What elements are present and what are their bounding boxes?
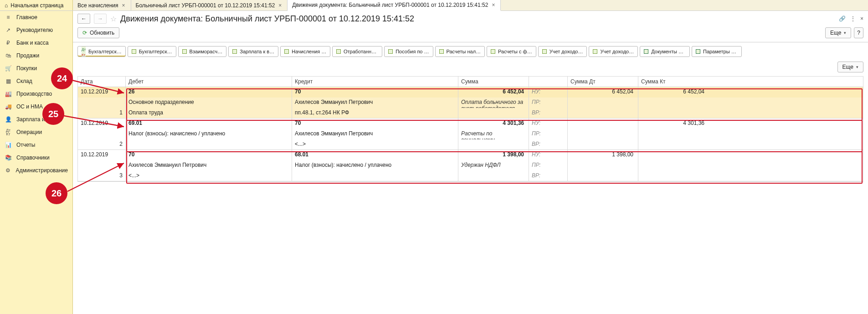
register-tab[interactable]: Учет доходо… — [589, 46, 638, 57]
cell-desc: Расчеты по социальному страхованию — [458, 129, 529, 139]
refresh-button[interactable]: ⟳Обновить — [77, 27, 119, 38]
tab-home[interactable]: ⌂ Начальная страница — [0, 0, 73, 10]
register-tab[interactable]: Параметры п… — [692, 46, 742, 57]
cell-vr-label: ВР: — [529, 108, 568, 118]
register-tab[interactable]: Пособия по … — [384, 46, 433, 57]
sidebar-item-main[interactable]: ≡Главное — [0, 11, 72, 24]
sidebar-item-ops[interactable]: ДтКтОперации — [0, 126, 72, 139]
cell-sum: 1 398,00 — [458, 150, 529, 160]
register-tabs: ДтКтБухгалтерск…Бухгалтерск…Взаиморасч…З… — [73, 42, 868, 60]
link-icon[interactable]: 🔗 — [839, 15, 846, 22]
cell-sum-dt — [568, 118, 638, 129]
tab-doc-0[interactable]: Все начисления × — [73, 0, 131, 10]
tab-doc-1[interactable]: Больничный лист УРБП-000001 от 10.12.201… — [131, 0, 288, 10]
grid-icon: ▦ — [5, 78, 12, 84]
tab-label: Все начисления — [77, 2, 118, 9]
table-icon — [336, 49, 341, 54]
kebab-icon[interactable]: ⋮ — [850, 15, 856, 22]
table-icon — [132, 49, 136, 54]
table-icon — [491, 49, 495, 54]
sidebar-item-sales[interactable]: 🛍Продажи — [0, 49, 72, 62]
refresh-icon: ⟳ — [82, 30, 87, 36]
register-tab[interactable]: Документы у… — [640, 46, 690, 57]
sidebar-item-fa[interactable]: 🚚ОС и НМА — [0, 100, 72, 113]
sidebar-item-label: Зарплата и кадры — [16, 116, 62, 123]
col-debit[interactable]: Дебет — [126, 77, 292, 87]
more-button[interactable]: Еще▾ — [825, 27, 851, 38]
register-tab[interactable]: Расчеты нал… — [435, 46, 485, 57]
close-icon[interactable]: × — [121, 2, 126, 9]
cell-sum-dt: 1 398,00 — [568, 150, 638, 160]
table-icon — [284, 49, 289, 54]
sidebar-item-label: Банк и касса — [16, 40, 49, 46]
help-label: ? — [857, 30, 860, 36]
col-credit[interactable]: Кредит — [292, 77, 458, 87]
more-label: Еще — [830, 30, 841, 36]
person-icon: 👤 — [5, 116, 12, 123]
cell-rownum: 3 — [78, 171, 126, 181]
register-tab[interactable]: Зарплата к в… — [228, 46, 278, 57]
grid-entry[interactable]: 10.12.201926706 452,04НУ:6 452,046 452,0… — [78, 87, 863, 118]
sidebar-item-admin[interactable]: ⚙Администрирование — [0, 164, 72, 177]
register-tab-label: Бухгалтерск… — [139, 49, 172, 54]
col-date[interactable]: Дата — [78, 77, 126, 87]
tab-label: Больничный лист УРБП-000001 от 10.12.201… — [136, 2, 275, 9]
register-tab[interactable]: Взаиморасч… — [178, 46, 227, 57]
dtkt-icon: ДтКт — [82, 46, 86, 57]
cell-dt-sub: Налог (взносы): начислено / уплачено — [126, 129, 292, 139]
register-tab[interactable]: Начисления … — [280, 46, 330, 57]
menu-icon: ≡ — [5, 14, 12, 21]
cell-kt-sub2: пп.48.1, ст.264 НК РФ — [292, 108, 458, 118]
nav-forward-button[interactable]: → — [94, 14, 107, 24]
sidebar-item-stock[interactable]: ▦Склад — [0, 75, 72, 88]
sidebar-item-label: Руководителю — [16, 27, 53, 33]
grid-entry[interactable]: 10.12.20197068.011 398,00НУ:1 398,00Ахил… — [78, 150, 863, 181]
register-tab-label: Отработанно… — [344, 49, 378, 54]
col-sum-dt[interactable]: Сумма Дт — [568, 77, 638, 87]
register-tab[interactable]: Отработанно… — [332, 46, 382, 57]
cell-kt-acc: 70 — [292, 118, 458, 129]
cell-dt-sub: Ахилесов Эммануил Петрович — [126, 160, 292, 171]
sidebar-item-label: Производство — [16, 91, 52, 97]
help-button[interactable]: ? — [854, 27, 863, 38]
register-tab[interactable]: Учет доходо… — [538, 46, 587, 57]
bag-icon: 🛍 — [5, 52, 12, 59]
cell-pr-label: ПР: — [529, 160, 568, 171]
page-title: Движения документа: Больничный лист УРБП… — [120, 14, 414, 24]
more-label: Еще — [842, 64, 853, 70]
nav-back-button[interactable]: ← — [77, 14, 90, 24]
cell-pr-label: ПР: — [529, 98, 568, 108]
grid-entry[interactable]: 10.12.201969.01704 301,36НУ:4 301,36Нало… — [78, 118, 863, 150]
sidebar-item-purch[interactable]: 🛒Покупки — [0, 62, 72, 75]
sidebar-item-label: Администрирование — [16, 167, 68, 174]
sidebar-item-bank[interactable]: ₽Банк и касса — [0, 36, 72, 49]
col-sum-kt[interactable]: Сумма Кт — [638, 77, 709, 87]
register-tab[interactable]: Расчеты с ф… — [487, 46, 536, 57]
close-icon[interactable]: × — [491, 2, 496, 8]
register-tab[interactable]: Бухгалтерск… — [128, 46, 176, 57]
register-tab-label: Бухгалтерск… — [88, 49, 122, 54]
home-icon: ⌂ — [5, 2, 8, 9]
register-tab[interactable]: ДтКтБухгалтерск… — [77, 46, 126, 57]
sidebar-item-label: Справочники — [16, 154, 50, 161]
favorite-icon[interactable]: ☆ — [110, 15, 117, 23]
col-sum[interactable]: Сумма — [458, 77, 529, 87]
cell-dt-sub: Основное подразделение — [126, 98, 292, 108]
sidebar-item-prod[interactable]: 🏭Производство — [0, 88, 72, 100]
cell-sum-dt: 6 452,04 — [568, 87, 638, 98]
cell-kt-acc: 70 — [292, 87, 458, 98]
toolbar: ⟳Обновить Еще▾ ? — [73, 26, 868, 42]
sidebar-item-reports[interactable]: 📊Отчеты — [0, 139, 72, 151]
tab-label: Движения документа: Больничный лист УРБП… — [292, 2, 488, 8]
ruble-icon: ₽ — [5, 40, 12, 46]
grid-more-button[interactable]: Еще▾ — [837, 62, 863, 72]
tab-doc-2[interactable]: Движения документа: Больничный лист УРБП… — [288, 0, 501, 11]
close-panel-icon[interactable]: × — [860, 15, 863, 22]
sidebar-item-manager[interactable]: ↗Руководителю — [0, 24, 72, 36]
chevron-down-icon: ▾ — [856, 65, 858, 69]
close-icon[interactable]: × — [277, 2, 282, 9]
sidebar-item-ref[interactable]: 📚Справочники — [0, 151, 72, 164]
main-panel: ← → ☆ Движения документа: Больничный лис… — [73, 11, 868, 314]
sidebar-item-hr[interactable]: 👤Зарплата и кадры — [0, 113, 72, 126]
books-icon: 📚 — [5, 154, 12, 161]
